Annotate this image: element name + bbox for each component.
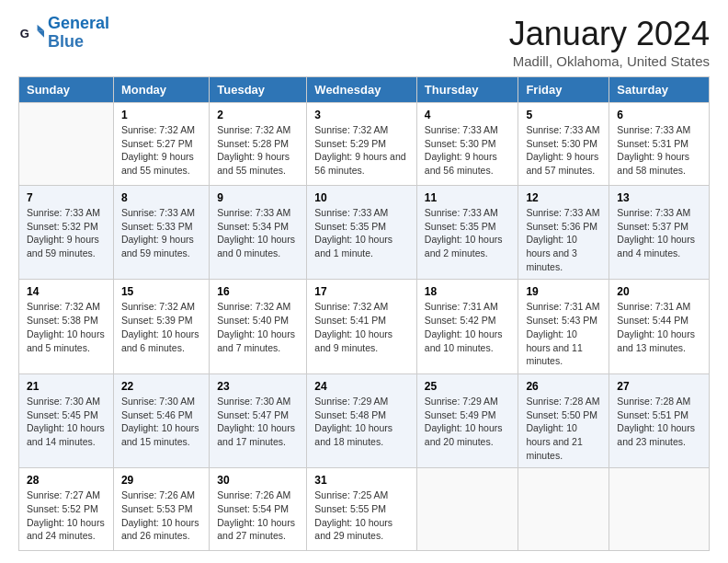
weekday-header-thursday: Thursday <box>416 77 518 103</box>
day-info: Sunrise: 7:32 AMSunset: 5:38 PMDaylight:… <box>27 300 106 354</box>
day-info: Sunrise: 7:27 AMSunset: 5:52 PMDaylight:… <box>27 488 106 543</box>
day-number: 19 <box>526 285 601 298</box>
day-number: 31 <box>314 474 409 487</box>
day-number: 1 <box>121 109 201 121</box>
month-title: January 2024 <box>509 15 710 53</box>
day-number: 2 <box>217 109 299 121</box>
calendar-cell: 4Sunrise: 7:33 AMSunset: 5:30 PMDaylight… <box>416 103 518 186</box>
weekday-header-sunday: Sunday <box>19 77 114 103</box>
calendar-cell: 23Sunrise: 7:30 AMSunset: 5:47 PMDayligh… <box>210 373 307 467</box>
day-number: 22 <box>121 380 201 393</box>
day-number: 16 <box>217 285 299 298</box>
calendar-cell: 9Sunrise: 7:33 AMSunset: 5:34 PMDaylight… <box>210 186 307 280</box>
day-info: Sunrise: 7:32 AMSunset: 5:40 PMDaylight:… <box>217 300 299 354</box>
calendar-cell: 24Sunrise: 7:29 AMSunset: 5:48 PMDayligh… <box>307 373 417 467</box>
day-number: 13 <box>617 191 701 204</box>
calendar-cell: 25Sunrise: 7:29 AMSunset: 5:49 PMDayligh… <box>416 373 518 467</box>
weekday-header-tuesday: Tuesday <box>210 77 307 103</box>
day-info: Sunrise: 7:29 AMSunset: 5:49 PMDaylight:… <box>425 395 511 449</box>
calendar-week-row: 1Sunrise: 7:32 AMSunset: 5:27 PMDaylight… <box>19 103 710 186</box>
day-info: Sunrise: 7:33 AMSunset: 5:33 PMDaylight:… <box>121 206 201 260</box>
day-info: Sunrise: 7:32 AMSunset: 5:27 PMDaylight:… <box>121 123 201 178</box>
day-number: 26 <box>526 380 601 393</box>
day-info: Sunrise: 7:30 AMSunset: 5:46 PMDaylight:… <box>121 395 201 449</box>
svg-text:G: G <box>20 26 29 40</box>
weekday-header-wednesday: Wednesday <box>307 77 417 103</box>
day-number: 9 <box>217 191 299 204</box>
logo: G General Blue <box>18 15 109 52</box>
calendar-cell: 3Sunrise: 7:32 AMSunset: 5:29 PMDaylight… <box>307 103 417 186</box>
day-info: Sunrise: 7:33 AMSunset: 5:31 PMDaylight:… <box>617 123 701 178</box>
day-info: Sunrise: 7:30 AMSunset: 5:45 PMDaylight:… <box>27 395 106 449</box>
calendar-week-row: 28Sunrise: 7:27 AMSunset: 5:52 PMDayligh… <box>19 468 710 551</box>
calendar-cell: 30Sunrise: 7:26 AMSunset: 5:54 PMDayligh… <box>210 468 307 551</box>
day-info: Sunrise: 7:31 AMSunset: 5:42 PMDaylight:… <box>425 300 511 354</box>
day-info: Sunrise: 7:33 AMSunset: 5:37 PMDaylight:… <box>617 206 701 260</box>
calendar-cell: 7Sunrise: 7:33 AMSunset: 5:32 PMDaylight… <box>19 186 114 280</box>
day-number: 28 <box>27 474 106 487</box>
day-number: 17 <box>314 285 409 298</box>
logo-text: General Blue <box>48 15 109 52</box>
weekday-header-saturday: Saturday <box>609 77 710 103</box>
day-info: Sunrise: 7:32 AMSunset: 5:39 PMDaylight:… <box>121 300 201 354</box>
day-info: Sunrise: 7:32 AMSunset: 5:29 PMDaylight:… <box>314 123 409 178</box>
calendar-cell: 14Sunrise: 7:32 AMSunset: 5:38 PMDayligh… <box>19 280 114 373</box>
logo-icon: G <box>18 20 44 46</box>
weekday-header-friday: Friday <box>518 77 609 103</box>
title-block: January 2024 Madill, Oklahoma, United St… <box>509 15 710 69</box>
day-number: 18 <box>425 285 511 298</box>
calendar-cell: 29Sunrise: 7:26 AMSunset: 5:53 PMDayligh… <box>113 468 209 551</box>
weekday-header-row: SundayMondayTuesdayWednesdayThursdayFrid… <box>19 77 710 103</box>
day-info: Sunrise: 7:33 AMSunset: 5:32 PMDaylight:… <box>27 206 106 260</box>
calendar-cell: 18Sunrise: 7:31 AMSunset: 5:42 PMDayligh… <box>416 280 518 373</box>
calendar-cell: 20Sunrise: 7:31 AMSunset: 5:44 PMDayligh… <box>609 280 710 373</box>
day-info: Sunrise: 7:28 AMSunset: 5:51 PMDaylight:… <box>617 395 701 449</box>
day-number: 4 <box>425 109 511 121</box>
calendar-week-row: 21Sunrise: 7:30 AMSunset: 5:45 PMDayligh… <box>19 373 710 467</box>
day-info: Sunrise: 7:33 AMSunset: 5:35 PMDaylight:… <box>425 206 511 260</box>
day-info: Sunrise: 7:31 AMSunset: 5:43 PMDaylight:… <box>526 300 601 367</box>
day-number: 11 <box>425 191 511 204</box>
calendar-cell: 2Sunrise: 7:32 AMSunset: 5:28 PMDaylight… <box>210 103 307 186</box>
calendar-cell: 22Sunrise: 7:30 AMSunset: 5:46 PMDayligh… <box>113 373 209 467</box>
calendar-cell <box>416 468 518 551</box>
calendar-cell: 19Sunrise: 7:31 AMSunset: 5:43 PMDayligh… <box>518 280 609 373</box>
day-info: Sunrise: 7:28 AMSunset: 5:50 PMDaylight:… <box>526 395 601 462</box>
calendar-cell: 17Sunrise: 7:32 AMSunset: 5:41 PMDayligh… <box>307 280 417 373</box>
day-number: 8 <box>121 191 201 204</box>
calendar-cell: 6Sunrise: 7:33 AMSunset: 5:31 PMDaylight… <box>609 103 710 186</box>
svg-marker-2 <box>38 30 44 37</box>
day-info: Sunrise: 7:26 AMSunset: 5:53 PMDaylight:… <box>121 488 201 543</box>
day-info: Sunrise: 7:30 AMSunset: 5:47 PMDaylight:… <box>217 395 299 449</box>
calendar-cell: 8Sunrise: 7:33 AMSunset: 5:33 PMDaylight… <box>113 186 209 280</box>
calendar-cell: 5Sunrise: 7:33 AMSunset: 5:30 PMDaylight… <box>518 103 609 186</box>
calendar-cell: 13Sunrise: 7:33 AMSunset: 5:37 PMDayligh… <box>609 186 710 280</box>
day-number: 30 <box>217 474 299 487</box>
day-info: Sunrise: 7:33 AMSunset: 5:30 PMDaylight:… <box>425 123 511 178</box>
calendar-cell: 10Sunrise: 7:33 AMSunset: 5:35 PMDayligh… <box>307 186 417 280</box>
calendar-cell <box>609 468 710 551</box>
day-info: Sunrise: 7:32 AMSunset: 5:41 PMDaylight:… <box>314 300 409 354</box>
day-number: 25 <box>425 380 511 393</box>
location: Madill, Oklahoma, United States <box>509 53 710 69</box>
day-number: 23 <box>217 380 299 393</box>
calendar-cell: 26Sunrise: 7:28 AMSunset: 5:50 PMDayligh… <box>518 373 609 467</box>
calendar-cell: 28Sunrise: 7:27 AMSunset: 5:52 PMDayligh… <box>19 468 114 551</box>
day-info: Sunrise: 7:33 AMSunset: 5:34 PMDaylight:… <box>217 206 299 260</box>
calendar-table: SundayMondayTuesdayWednesdayThursdayFrid… <box>18 76 710 551</box>
day-number: 27 <box>617 380 701 393</box>
page-header: G General Blue January 2024 Madill, Okla… <box>18 15 710 69</box>
calendar-cell: 11Sunrise: 7:33 AMSunset: 5:35 PMDayligh… <box>416 186 518 280</box>
calendar-week-row: 7Sunrise: 7:33 AMSunset: 5:32 PMDaylight… <box>19 186 710 280</box>
day-number: 29 <box>121 474 201 487</box>
day-number: 7 <box>27 191 106 204</box>
calendar-cell <box>19 103 114 186</box>
calendar-cell: 27Sunrise: 7:28 AMSunset: 5:51 PMDayligh… <box>609 373 710 467</box>
day-number: 3 <box>314 109 409 121</box>
weekday-header-monday: Monday <box>113 77 209 103</box>
day-info: Sunrise: 7:25 AMSunset: 5:55 PMDaylight:… <box>314 488 409 543</box>
day-number: 5 <box>526 109 601 121</box>
day-number: 14 <box>27 285 106 298</box>
day-info: Sunrise: 7:29 AMSunset: 5:48 PMDaylight:… <box>314 395 409 449</box>
day-number: 21 <box>27 380 106 393</box>
